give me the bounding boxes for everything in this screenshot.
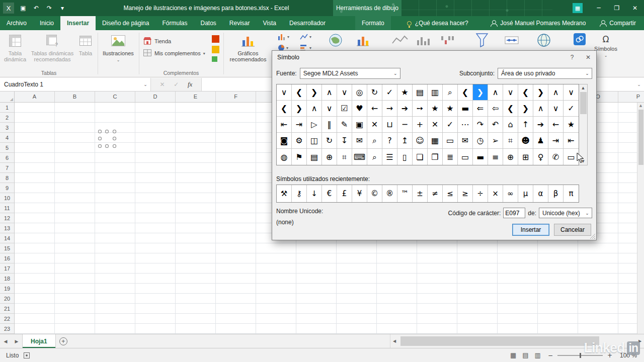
symbol-cell[interactable]: ⌕ <box>443 84 458 101</box>
column-header[interactable]: E <box>176 92 216 102</box>
sparkline-winloss-button[interactable] <box>440 34 457 46</box>
symbol-cell[interactable]: ▦ <box>428 133 443 149</box>
symbol-cell[interactable]: ⌗ <box>337 149 352 165</box>
recent-symbol-cell[interactable]: £ <box>337 185 352 202</box>
ribbon-tab[interactable]: Insertar <box>60 16 96 30</box>
symbol-cell[interactable]: ↷ <box>473 117 488 133</box>
symbol-cell[interactable]: ➔ <box>533 117 548 133</box>
symbol-cell[interactable]: ≡ <box>488 149 503 165</box>
symbol-cell[interactable]: ⌨ <box>352 149 367 165</box>
restore-button[interactable]: ❐ <box>608 0 626 16</box>
recent-symbol-cell[interactable]: ∞ <box>503 185 518 202</box>
row-header[interactable]: 12 <box>0 213 14 223</box>
hscroll-left-icon[interactable]: ◀ <box>390 339 398 343</box>
recent-symbol-cell[interactable]: ® <box>382 185 397 202</box>
recent-symbol-cell[interactable]: ÷ <box>473 185 488 202</box>
symbol-cell[interactable]: ◎ <box>352 84 367 101</box>
link-app-icon[interactable] <box>574 33 586 45</box>
tell-me-box[interactable]: ¿Qué desea hacer? <box>400 16 475 30</box>
symbol-cell[interactable]: ❏ <box>413 149 428 165</box>
char-code-input[interactable] <box>503 208 525 218</box>
symbol-cell[interactable]: ❐ <box>428 149 443 165</box>
selection-handle[interactable] <box>105 130 109 133</box>
symbol-cell[interactable]: ◙ <box>277 133 292 149</box>
symbol-cell[interactable]: ★ <box>397 84 413 101</box>
symbol-cell[interactable]: ⚑ <box>292 149 307 165</box>
symbol-cell[interactable]: ∨ <box>503 84 518 101</box>
column-header[interactable]: D <box>135 92 176 102</box>
hscroll-right-icon[interactable]: ▶ <box>636 339 644 343</box>
symbol-cell[interactable]: ─ <box>397 117 413 133</box>
scroll-thumb[interactable] <box>580 92 587 114</box>
row-header[interactable]: 17 <box>0 263 14 274</box>
page-break-view-button[interactable]: ▥ <box>535 351 541 359</box>
zoom-level[interactable]: 100 % <box>617 352 637 359</box>
row-header[interactable]: 7 <box>0 163 14 173</box>
shape-selection[interactable] <box>100 132 114 146</box>
symbol-cell[interactable]: ❯ <box>533 84 548 101</box>
symbol-cell[interactable]: ✕ <box>428 117 443 133</box>
column-header[interactable]: P <box>618 92 644 102</box>
symbol-cell[interactable]: + <box>413 117 428 133</box>
undo-button[interactable]: ↶ <box>30 2 42 14</box>
symbol-cell[interactable]: ✓ <box>564 101 579 117</box>
dialog-close-button[interactable]: ✕ <box>580 51 596 63</box>
row-header[interactable]: 10 <box>0 193 14 203</box>
ribbon-tab[interactable]: Inicio <box>33 16 60 30</box>
insert-function-button[interactable]: fx <box>188 80 192 88</box>
selection-handle[interactable] <box>113 144 116 148</box>
font-select[interactable]: Segoe MDL2 Assets ⌄ <box>300 68 400 79</box>
symbol-cell[interactable]: ♀ <box>533 149 548 165</box>
symbol-cell[interactable]: ✓ <box>443 117 458 133</box>
symbol-cell[interactable]: ▭ <box>443 133 458 149</box>
symbol-cell[interactable]: ◍ <box>277 149 292 165</box>
row-header[interactable]: 16 <box>0 253 14 263</box>
row-header[interactable]: 18 <box>0 274 14 284</box>
insert-line-chart-button[interactable]: ▾ <box>300 33 311 40</box>
recent-symbol-cell[interactable]: € <box>322 185 337 202</box>
recent-symbol-cell[interactable]: ↓ <box>307 185 322 202</box>
recent-symbol-cell[interactable]: ¥ <box>352 185 367 202</box>
symbol-cell[interactable]: ↻ <box>367 84 382 101</box>
name-box-dropdown[interactable]: ⌄ <box>140 82 150 87</box>
symbol-cell[interactable]: ❮ <box>277 101 292 117</box>
symbol-cell[interactable]: ❮ <box>503 101 518 117</box>
insert-column-chart-button[interactable]: ▾ <box>278 33 289 40</box>
symbol-cell[interactable]: ⋯ <box>458 117 473 133</box>
my-addins-button[interactable]: Mis complementos ▾ <box>140 47 222 59</box>
symbol-cell[interactable]: ✕ <box>367 117 382 133</box>
symbol-cell[interactable]: ⌕ <box>367 133 382 149</box>
row-header[interactable]: 6 <box>0 153 14 163</box>
symbol-cell[interactable]: ← <box>548 117 564 133</box>
dialog-help-button[interactable]: ? <box>564 51 580 63</box>
symbols-button[interactable]: Ω Símbolos ⌄ <box>593 33 618 77</box>
row-header[interactable]: 8 <box>0 173 14 183</box>
minimize-button[interactable]: ─ <box>590 0 608 16</box>
timeline-button[interactable] <box>504 33 519 48</box>
symbol-cell[interactable]: ▷ <box>307 117 322 133</box>
symbol-cell[interactable]: ✓ <box>382 84 397 101</box>
symbol-cell[interactable]: ✆ <box>548 149 564 165</box>
row-header[interactable]: 13 <box>0 223 14 233</box>
recent-symbol-cell[interactable]: µ <box>518 185 533 202</box>
sparkline-column-button[interactable] <box>416 34 433 46</box>
recent-symbol-cell[interactable]: β <box>548 185 564 202</box>
selection-handle[interactable] <box>98 130 102 133</box>
scroll-up-icon[interactable]: ▲ <box>639 103 642 109</box>
symbol-cell[interactable]: ⌂ <box>503 117 518 133</box>
column-header[interactable]: C <box>95 92 135 102</box>
symbol-cell[interactable]: ☺ <box>413 133 428 149</box>
store-button[interactable]: Tienda <box>140 35 222 47</box>
excel-logo-icon[interactable]: X <box>3 3 14 14</box>
symbol-cell[interactable]: ✉ <box>352 133 367 149</box>
symbol-cell[interactable]: ∨ <box>277 84 292 101</box>
symbol-cell[interactable]: ★ <box>564 117 579 133</box>
ribbon-tab[interactable]: Diseño de página <box>96 16 155 30</box>
pivotchart-button[interactable] <box>355 33 370 48</box>
symbol-cell[interactable]: ⇤ <box>564 133 579 149</box>
recent-symbol-cell[interactable]: ± <box>413 185 428 202</box>
recent-symbol-cell[interactable]: ⚒ <box>277 185 292 202</box>
row-header[interactable]: 11 <box>0 203 14 213</box>
scroll-down-icon[interactable]: ▼ <box>582 158 584 165</box>
addin-icon-green[interactable] <box>212 56 217 62</box>
